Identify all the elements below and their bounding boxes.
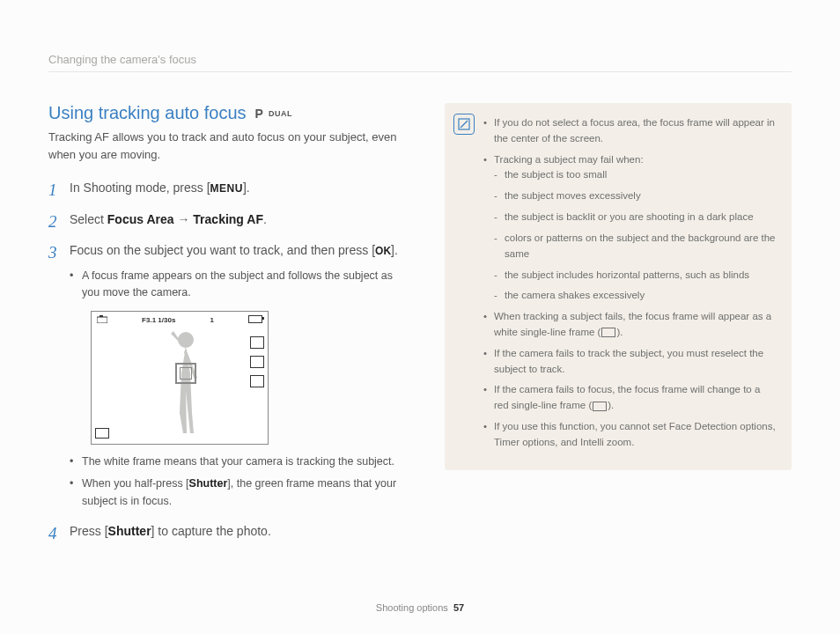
note-subitem: the subject is too small: [494, 167, 777, 183]
focus-area-label: Focus Area: [107, 212, 174, 226]
intro-text: Tracking AF allows you to track and auto…: [48, 129, 409, 163]
note-icon: [453, 114, 475, 135]
note-panel: If you do not select a focus area, the f…: [445, 103, 792, 470]
note-subitem: the subject is backlit or you are shooti…: [494, 210, 777, 225]
note-subitem: the subject includes horizontal patterns…: [494, 268, 777, 284]
stabilizer-icon: [250, 375, 264, 387]
page-footer: Shooting options 57: [0, 602, 840, 613]
shutter-label: Shutter: [189, 477, 228, 490]
page-title: Using tracking auto focus P DUAL: [48, 103, 409, 123]
note-item: If you use this function, you cannot set…: [483, 419, 777, 451]
note-item: When tracking a subject fails, the focus…: [483, 309, 777, 341]
lcd-readout: F3.1 1/30s: [142, 315, 175, 327]
left-column: Using tracking auto focus P DUAL Trackin…: [48, 103, 409, 554]
tracking-af-label: Tracking AF: [193, 212, 263, 226]
svg-point-2: [178, 332, 194, 348]
step-4: Press [Shutter] to capture the photo.: [48, 522, 409, 542]
focus-frame-icon: [175, 363, 196, 384]
mode-p-icon: P: [255, 107, 263, 121]
note-subitem: colors or patterns on the subject and th…: [494, 231, 777, 262]
camera-lcd-preview: F3.1 1/30s 1: [91, 311, 269, 445]
battery-icon: [248, 315, 262, 323]
menu-button-label: MENU: [210, 182, 243, 195]
svg-line-4: [461, 121, 468, 128]
white-frame-icon: [601, 328, 615, 337]
svg-rect-1: [99, 315, 103, 317]
note-item: If the camera fails to focus, the focus …: [483, 382, 777, 414]
lcd-frame-count: 1: [210, 315, 213, 327]
step3-sub2: The white frame means that your camera i…: [70, 453, 409, 470]
red-frame-icon: [593, 402, 607, 411]
note-item: Tracking a subject may fail when: the su…: [483, 152, 777, 305]
breadcrumb: Changing the camera's focus: [48, 53, 792, 72]
step-3: Focus on the subject you want to track, …: [48, 241, 409, 510]
note-subitem: the camera shakes excessively: [494, 288, 777, 304]
title-text: Using tracking auto focus: [48, 103, 247, 123]
page-number: 57: [453, 602, 464, 613]
shutter-label-2: Shutter: [108, 524, 151, 538]
step-1: In Shooting mode, press [MENU].: [48, 179, 409, 198]
flash-icon: [250, 356, 264, 368]
footer-section: Shooting options: [376, 602, 448, 613]
note-subitem: the subject moves excessively: [494, 188, 777, 204]
mode-dual-icon: DUAL: [269, 109, 292, 118]
quality-icon: [250, 336, 264, 349]
step3-sub1: A focus frame appears on the subject and…: [70, 268, 409, 302]
svg-rect-0: [97, 317, 107, 323]
step-2: Select Focus Area → Tracking AF.: [48, 210, 409, 230]
note-item: If you do not select a focus area, the f…: [483, 115, 777, 147]
right-column: If you do not select a focus area, the f…: [445, 103, 792, 554]
mode-icon: [95, 428, 109, 439]
step3-sub3: When you half-press [Shutter], the green…: [70, 476, 409, 510]
ok-button-label: OK: [375, 245, 391, 257]
camera-icon: [97, 315, 107, 327]
note-item: If the camera fails to track the subject…: [483, 346, 777, 378]
